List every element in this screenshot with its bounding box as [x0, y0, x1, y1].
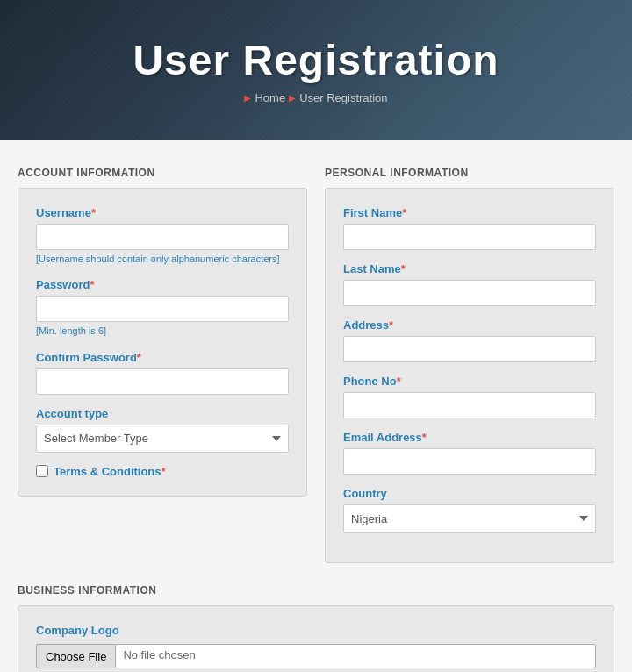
email-label: Email Address* [343, 431, 596, 444]
personal-section-title: PERSONAL INFORMATION [325, 167, 614, 179]
terms-checkbox[interactable] [36, 465, 48, 477]
country-select[interactable]: NigeriaUnited StatesUnited KingdomGhanaK… [343, 504, 596, 533]
confirm-password-input[interactable] [36, 368, 289, 395]
address-label: Address* [343, 318, 596, 332]
email-input[interactable] [343, 448, 596, 475]
address-group: Address* [343, 318, 596, 362]
file-input-wrapper: Choose File No file chosen [36, 644, 596, 668]
terms-label[interactable]: Terms & Conditions* [54, 465, 166, 478]
phone-label: Phone No* [343, 375, 596, 388]
phone-input[interactable] [343, 392, 596, 418]
last-name-label: Last Name* [343, 262, 596, 275]
page-header: User Registration ▶ Home ▶ User Registra… [0, 0, 632, 140]
username-label: Username* [36, 206, 289, 219]
company-logo-group: Company Logo Choose File No file chosen … [36, 624, 596, 672]
main-content: ACCOUNT INFORMATION Username* [Username … [0, 140, 632, 672]
account-section-title: ACCOUNT INFORMATION [18, 167, 307, 179]
phone-group: Phone No* [343, 375, 596, 418]
first-name-group: First Name* [343, 206, 596, 250]
username-group: Username* [Username should contain only … [36, 206, 289, 266]
breadcrumb-arrow-2: ▶ [289, 93, 296, 103]
username-hint: [Username should contain only alphanumer… [36, 253, 289, 266]
address-required: * [389, 318, 393, 332]
page-title: User Registration [133, 36, 499, 84]
password-input[interactable] [36, 296, 289, 322]
terms-group: Terms & Conditions* [36, 465, 289, 478]
address-input[interactable] [343, 336, 596, 362]
company-logo-label: Company Logo [36, 624, 596, 637]
last-name-input[interactable] [343, 280, 596, 306]
personal-form-box: First Name* Last Name* Address* [325, 188, 614, 563]
country-label: Country [343, 487, 596, 500]
confirm-password-label: Confirm Password* [36, 351, 289, 364]
first-name-input[interactable] [343, 224, 596, 250]
account-section: ACCOUNT INFORMATION Username* [Username … [18, 167, 307, 563]
breadcrumb-arrow-1: ▶ [244, 93, 251, 103]
last-name-required: * [401, 262, 406, 275]
top-sections: ACCOUNT INFORMATION Username* [Username … [18, 167, 614, 563]
terms-required: * [162, 465, 166, 478]
breadcrumb-current: User Registration [299, 91, 387, 104]
account-type-select[interactable]: Select Member TypeMemberBusinessAdmin [36, 425, 289, 453]
password-group: Password* [Min. length is 6] [36, 278, 289, 338]
breadcrumb: ▶ Home ▶ User Registration [244, 91, 387, 104]
file-name-display: No file chosen [115, 644, 596, 668]
country-group: Country NigeriaUnited StatesUnited Kingd… [343, 487, 596, 533]
confirm-password-group: Confirm Password* [36, 351, 289, 395]
business-section-title: BUSINESS INFORMATION [18, 584, 614, 597]
first-name-required: * [402, 206, 406, 219]
email-required: * [422, 431, 427, 444]
personal-section: PERSONAL INFORMATION First Name* Last Na… [325, 167, 614, 563]
account-form-box: Username* [Username should contain only … [18, 188, 307, 497]
business-section: BUSINESS INFORMATION Company Logo Choose… [18, 584, 614, 672]
email-group: Email Address* [343, 431, 596, 475]
phone-required: * [397, 375, 401, 388]
password-label: Password* [36, 278, 289, 291]
account-type-label: Account type [36, 407, 289, 420]
password-hint: [Min. length is 6] [36, 325, 289, 338]
confirm-password-required: * [137, 351, 141, 364]
breadcrumb-home[interactable]: Home [255, 91, 285, 104]
last-name-group: Last Name* [343, 262, 596, 306]
choose-file-button[interactable]: Choose File [36, 644, 115, 668]
password-required: * [90, 278, 94, 291]
first-name-label: First Name* [343, 206, 596, 219]
business-form-box: Company Logo Choose File No file chosen … [18, 605, 614, 672]
username-required: * [91, 206, 96, 219]
account-type-group: Account type Select Member TypeMemberBus… [36, 407, 289, 453]
username-input[interactable] [36, 224, 289, 250]
